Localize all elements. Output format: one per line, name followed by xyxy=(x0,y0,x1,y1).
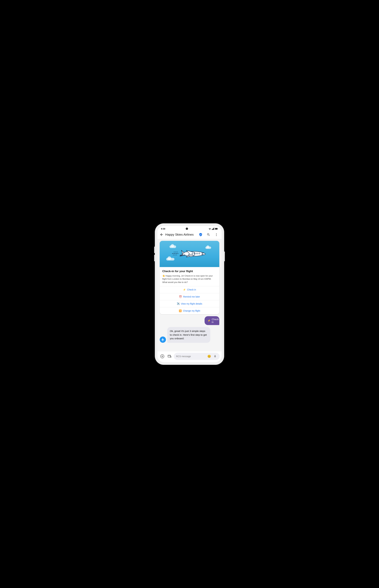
wifi-icon xyxy=(208,228,211,230)
verified-badge-button[interactable] xyxy=(198,232,204,238)
status-bar: 9:30 xyxy=(158,226,221,231)
remind-later-button[interactable]: ⏰ Remind me later xyxy=(160,293,219,300)
remind-icon: ⏰ xyxy=(179,295,182,298)
airplane-avatar-icon xyxy=(161,338,165,341)
back-arrow-icon xyxy=(160,233,164,237)
svg-rect-6 xyxy=(218,228,218,229)
search-icon xyxy=(207,233,210,237)
back-button[interactable] xyxy=(159,232,165,238)
phone-screen: 9:30 xyxy=(158,226,221,362)
card-actions: ⚡ Check in ⏰ Remind me later ✈️ View my … xyxy=(160,286,219,314)
camera-dot xyxy=(186,228,188,230)
card-title: Check-in for your flight xyxy=(162,270,217,273)
received-message: Ok, great! It's just 3 simple steps to c… xyxy=(160,327,210,343)
sent-bubble: ⚡ Check in xyxy=(205,316,219,325)
sent-message: ⚡ Check in xyxy=(200,316,219,325)
signal-icon xyxy=(212,228,214,230)
phone-frame: 9:30 xyxy=(155,224,224,365)
media-icon xyxy=(167,354,172,358)
emoji-button[interactable]: 😊 xyxy=(207,354,211,359)
remind-label: Remind me later xyxy=(183,295,200,298)
svg-point-7 xyxy=(216,233,217,234)
more-vert-icon xyxy=(215,233,218,237)
rich-card: Check-in for your flight 👋 Happy morning… xyxy=(160,241,219,314)
svg-rect-3 xyxy=(214,228,214,230)
sent-icon: ⚡ xyxy=(207,319,211,322)
message-input[interactable] xyxy=(176,355,205,358)
media-button[interactable] xyxy=(167,353,173,359)
card-body: Check-in for your flight 👋 Happy morning… xyxy=(160,267,219,284)
add-icon xyxy=(160,354,164,358)
svg-point-8 xyxy=(216,234,217,235)
svg-point-24 xyxy=(170,356,171,357)
svg-rect-0 xyxy=(212,229,212,230)
view-flight-icon: ✈️ xyxy=(177,302,179,305)
app-title: Happy Skies Airlines xyxy=(165,233,198,237)
app-bar-icons xyxy=(198,232,219,238)
received-text: Ok, great! It's just 3 simple steps to c… xyxy=(170,330,207,340)
input-field-wrap[interactable]: 😊 xyxy=(174,353,220,360)
check-in-icon: ⚡ xyxy=(183,288,186,291)
check-in-action-button[interactable]: ⚡ Check in xyxy=(160,286,219,293)
volume-up-button[interactable] xyxy=(154,247,155,253)
airplane-illustration xyxy=(172,247,207,261)
card-image xyxy=(160,241,219,267)
change-flight-button[interactable]: 🔀 Change my flight xyxy=(160,307,219,314)
power-button[interactable] xyxy=(224,252,225,261)
view-flight-label: View my flight details xyxy=(181,302,202,305)
app-bar: Happy Skies Airlines xyxy=(158,231,221,239)
view-flight-button[interactable]: ✈️ View my flight details xyxy=(160,300,219,307)
sent-text: Check in xyxy=(212,318,219,323)
mic-icon xyxy=(214,354,217,358)
mic-button[interactable] xyxy=(213,354,217,359)
status-icons xyxy=(208,228,218,230)
shield-check-icon xyxy=(199,233,203,237)
svg-rect-1 xyxy=(212,229,213,230)
check-in-label: Check in xyxy=(187,288,196,291)
add-button[interactable] xyxy=(159,353,165,359)
svg-rect-5 xyxy=(215,228,217,229)
change-flight-label: Change my flight xyxy=(183,309,200,312)
battery-icon xyxy=(215,228,218,230)
change-flight-icon: 🔀 xyxy=(179,309,182,312)
chat-area: Check-in for your flight 👋 Happy morning… xyxy=(158,239,221,351)
card-body-text: 👋 Happy morning, Jo! Check-in is now ope… xyxy=(162,274,217,284)
more-options-button[interactable] xyxy=(213,232,219,238)
svg-rect-2 xyxy=(213,228,214,230)
svg-point-9 xyxy=(216,235,217,236)
status-time: 9:30 xyxy=(161,228,165,230)
volume-down-button[interactable] xyxy=(154,255,155,261)
bot-avatar xyxy=(160,336,166,343)
input-bar: 😊 xyxy=(158,351,221,362)
search-button[interactable] xyxy=(205,232,211,238)
received-bubble: Ok, great! It's just 3 simple steps to c… xyxy=(167,327,210,343)
